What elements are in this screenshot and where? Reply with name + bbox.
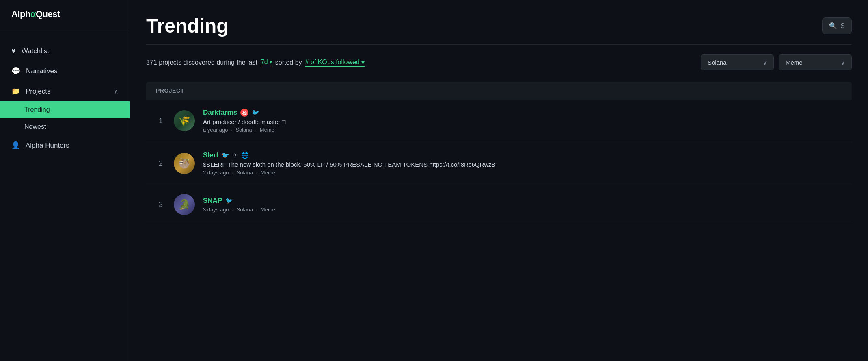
project-desc-1: Art producer / doodle master □ bbox=[203, 118, 842, 125]
rank-1: 1 bbox=[156, 117, 166, 125]
alpha-hunters-label: Alpha Hunters bbox=[26, 141, 69, 150]
table-header: Project bbox=[146, 82, 852, 100]
sidebar-item-watchlist-label: Watchlist bbox=[22, 47, 49, 55]
search-button[interactable]: 🔍 S bbox=[822, 17, 852, 34]
project-meta-1: a year ago · Solana · Meme bbox=[203, 127, 842, 133]
project-name-slerf: Slerf bbox=[203, 151, 218, 159]
project-name-row-1: Darkfarms 秘 🐦 bbox=[203, 109, 842, 117]
avatar-darkfarms: 🌾 bbox=[174, 110, 195, 131]
twitter-icon-3[interactable]: 🐦 bbox=[225, 197, 233, 204]
category-3: Meme bbox=[261, 207, 275, 213]
blockchain-filter[interactable]: Solana ∨ bbox=[701, 54, 774, 70]
blockchain-2: Solana bbox=[236, 170, 253, 176]
project-name-darkfarms: Darkfarms bbox=[203, 109, 237, 117]
blockchain-1: Solana bbox=[235, 127, 252, 133]
avatar-slerf: 🦥 bbox=[174, 153, 195, 174]
sort-value: # of KOLs followed bbox=[305, 59, 360, 66]
logo-highlight: α bbox=[30, 9, 36, 19]
project-name-row-2: Slerf 🐦 ✈ 🌐 bbox=[203, 151, 842, 159]
project-list: 1 🌾 Darkfarms 秘 🐦 Art producer / doodle … bbox=[146, 100, 852, 224]
project-desc-2: $SLERF The new sloth on the block. 50% L… bbox=[203, 161, 842, 168]
logo[interactable]: AlphαQuest bbox=[11, 9, 118, 20]
time-3: 3 days ago bbox=[203, 207, 229, 213]
project-name-row-3: SNAP 🐦 bbox=[203, 197, 842, 205]
blockchain-filter-value: Solana bbox=[708, 59, 727, 66]
project-name-snap: SNAP bbox=[203, 197, 222, 205]
project-info-1: Darkfarms 秘 🐦 Art producer / doodle mast… bbox=[203, 109, 842, 133]
time-filter-value: 7d bbox=[261, 59, 268, 66]
sort-chevron-icon: ▾ bbox=[361, 59, 365, 66]
project-info-3: SNAP 🐦 3 days ago · Solana · Meme bbox=[203, 197, 842, 213]
page-title: Trending bbox=[146, 15, 229, 37]
avatar-snap: 🐊 bbox=[174, 194, 195, 215]
sidebar-item-trending[interactable]: Trending bbox=[0, 101, 130, 118]
projects-label: Projects bbox=[26, 87, 50, 96]
table-row[interactable]: 3 🐊 SNAP 🐦 3 days ago · Solana · Meme bbox=[146, 185, 852, 224]
table-row[interactable]: 2 🦥 Slerf 🐦 ✈ 🌐 $SLERF The new sloth on … bbox=[146, 142, 852, 185]
projects-chevron-icon: ∧ bbox=[114, 88, 118, 95]
blockchain-chevron-icon: ∨ bbox=[763, 59, 767, 66]
folder-icon: 📁 bbox=[11, 87, 20, 96]
page-header: Trending 🔍 S bbox=[146, 15, 852, 37]
category-filter-value: Meme bbox=[786, 59, 803, 66]
search-icon: 🔍 bbox=[829, 22, 837, 30]
badge-darkfarms: 秘 bbox=[240, 109, 248, 117]
twitter-icon-2[interactable]: 🐦 bbox=[222, 152, 229, 159]
time-filter[interactable]: 7d ▾ bbox=[261, 59, 272, 66]
category-chevron-icon: ∨ bbox=[841, 59, 845, 66]
search-label: S bbox=[840, 22, 845, 30]
logo-area: AlphαQuest bbox=[0, 0, 130, 31]
telegram-icon-2[interactable]: ✈ bbox=[233, 152, 238, 159]
table-header-project: Project bbox=[156, 87, 184, 94]
sidebar-item-newest[interactable]: Newest bbox=[0, 118, 130, 135]
time-filter-chevron-icon: ▾ bbox=[270, 59, 272, 65]
sidebar-item-alpha-hunters[interactable]: 👤 Alpha Hunters bbox=[0, 135, 130, 155]
category-filter[interactable]: Meme ∨ bbox=[779, 54, 852, 70]
sort-label: sorted by bbox=[275, 59, 302, 66]
rank-3: 3 bbox=[156, 200, 166, 209]
sidebar-item-watchlist[interactable]: ♥ Watchlist bbox=[0, 41, 130, 61]
heart-icon: ♥ bbox=[11, 47, 16, 55]
sidebar: AlphαQuest ♥ Watchlist 💬 Narratives 📁 Pr… bbox=[0, 0, 130, 361]
time-2: 2 days ago bbox=[203, 170, 229, 176]
project-info-2: Slerf 🐦 ✈ 🌐 $SLERF The new sloth on the … bbox=[203, 151, 842, 176]
category-1: Meme bbox=[260, 127, 274, 133]
table-row[interactable]: 1 🌾 Darkfarms 秘 🐦 Art producer / doodle … bbox=[146, 100, 852, 142]
filter-row: 371 projects discovered during the last … bbox=[146, 54, 852, 70]
chat-icon: 💬 bbox=[11, 67, 20, 76]
sidebar-item-trending-label: Trending bbox=[24, 106, 50, 113]
sidebar-item-newest-label: Newest bbox=[24, 123, 46, 130]
twitter-icon-1[interactable]: 🐦 bbox=[252, 109, 259, 116]
sidebar-item-narratives-label: Narratives bbox=[26, 67, 57, 75]
projects-label-area: 📁 Projects bbox=[11, 87, 114, 96]
project-meta-2: 2 days ago · Solana · Meme bbox=[203, 170, 842, 176]
time-1: a year ago bbox=[203, 127, 228, 133]
sort-link[interactable]: # of KOLs followed ▾ bbox=[305, 59, 365, 67]
rank-2: 2 bbox=[156, 159, 166, 168]
user-icon: 👤 bbox=[11, 141, 20, 150]
project-meta-3: 3 days ago · Solana · Meme bbox=[203, 207, 842, 213]
logo-text: AlphαQuest bbox=[11, 9, 60, 20]
filter-left: 371 projects discovered during the last … bbox=[146, 59, 365, 67]
main-content: Trending 🔍 S 371 projects discovered dur… bbox=[130, 0, 868, 361]
header-divider bbox=[146, 44, 852, 45]
website-icon-2[interactable]: 🌐 bbox=[241, 152, 249, 159]
blockchain-3: Solana bbox=[236, 207, 253, 213]
sidebar-item-narratives[interactable]: 💬 Narratives bbox=[0, 61, 130, 81]
sidebar-item-projects[interactable]: 📁 Projects ∧ bbox=[0, 81, 130, 101]
nav-section: ♥ Watchlist 💬 Narratives 📁 Projects ∧ Tr… bbox=[0, 31, 130, 165]
project-count: 371 projects discovered during the last bbox=[146, 59, 257, 66]
filter-right: Solana ∨ Meme ∨ bbox=[701, 54, 852, 70]
category-2: Meme bbox=[261, 170, 275, 176]
